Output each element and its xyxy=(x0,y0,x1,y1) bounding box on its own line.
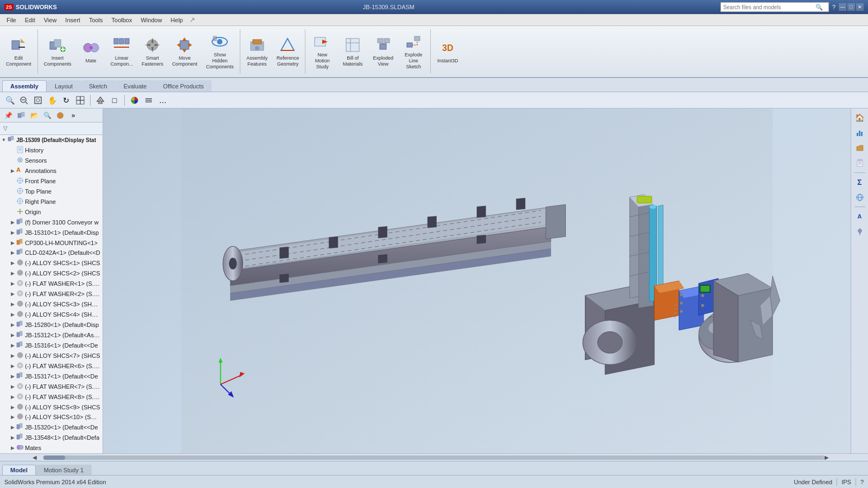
tree-item-alloy-shcs9[interactable]: ▶ (-) ALLOY SHCS<9> (SHCS xyxy=(0,402,103,412)
more-options-button[interactable]: … xyxy=(156,94,169,106)
new-motion-study-button[interactable]: NewMotionStudy xyxy=(308,27,337,76)
instant3d-button[interactable]: 3D Instant3D xyxy=(433,27,462,76)
view-selector-button[interactable] xyxy=(74,94,87,106)
menu-edit[interactable]: Edit xyxy=(21,16,40,24)
restore-button[interactable]: □ xyxy=(847,3,855,11)
tab-evaluate[interactable]: Evaluate xyxy=(116,80,155,92)
show-hidden-button[interactable]: ShowHiddenComponents xyxy=(202,27,238,76)
3d-viewport[interactable] xyxy=(103,108,851,453)
alloy-shcs7-expander[interactable]: ▶ xyxy=(9,352,16,359)
tree-item-alloy-shcs1[interactable]: ▶ (-) ALLOY SHCS<1> (SHCS xyxy=(0,258,103,268)
tree-item-mates[interactable]: ▶ Mates xyxy=(0,443,103,453)
tree-item-front-plane[interactable]: Front Plane xyxy=(0,176,103,186)
tree-item-sensors[interactable]: Sensors xyxy=(0,156,103,166)
bill-of-materials-button[interactable]: Bill ofMaterials xyxy=(338,27,367,76)
mates-expander[interactable]: ▶ xyxy=(9,444,16,452)
menu-tools[interactable]: Tools xyxy=(85,16,107,24)
dorner-expander[interactable]: ▶ xyxy=(9,219,16,226)
tree-item-flat-washer6[interactable]: ▶ (-) FLAT WASHER<6> (S.A.B xyxy=(0,361,103,371)
menu-toolbox[interactable]: Toolbox xyxy=(107,16,137,24)
assembly-features-button[interactable]: AssemblyFeatures xyxy=(242,27,272,76)
menu-help[interactable]: Help xyxy=(167,16,188,24)
tree-item-flat-washer7[interactable]: ▶ (-) FLAT WASHER<7> (S.A.B xyxy=(0,381,103,391)
rotate-button[interactable]: ↻ xyxy=(60,94,73,106)
search-box[interactable]: 🔍 xyxy=(720,2,829,12)
tree-item-jb15312[interactable]: ▶ JB-15312<1> (Default<As M xyxy=(0,330,103,341)
move-component-button[interactable]: MoveComponent xyxy=(168,27,201,76)
rp-sigma-button[interactable]: Σ xyxy=(853,175,867,189)
edit-component-button[interactable]: EditComponent xyxy=(2,27,35,76)
color-button[interactable] xyxy=(128,94,141,106)
rp-letter-a-button[interactable]: A xyxy=(853,209,867,223)
jb13548-expander[interactable]: ▶ xyxy=(9,434,16,441)
scroll-left-button[interactable]: ◀ xyxy=(33,454,43,460)
jb15280-expander[interactable]: ▶ xyxy=(9,321,16,329)
menu-view[interactable]: View xyxy=(40,16,61,24)
menu-insert[interactable]: Insert xyxy=(61,16,85,24)
alloy-shcs4-expander[interactable]: ▶ xyxy=(9,311,16,318)
tree-root-item[interactable]: ▼ JB-15309 (Default<Display Stat xyxy=(0,135,103,145)
tree-item-alloy-shcs7[interactable]: ▶ (-) ALLOY SHCS<7> (SHCS xyxy=(0,350,103,361)
exploded-view-button[interactable]: ExplodedView xyxy=(368,27,398,76)
tab-layout[interactable]: Layout xyxy=(47,80,81,92)
flat-washer8-expander[interactable]: ▶ xyxy=(9,393,16,401)
jb15312-expander[interactable]: ▶ xyxy=(9,331,16,339)
tab-sketch[interactable]: Sketch xyxy=(81,80,116,92)
hide-show-button[interactable] xyxy=(142,94,155,106)
menu-file[interactable]: File xyxy=(2,16,21,24)
rp-home-button[interactable]: 🏠 xyxy=(853,111,867,125)
help-icon[interactable]: ? xyxy=(832,4,835,10)
alloy-shcs3-expander[interactable]: ▶ xyxy=(9,300,16,308)
scroll-track[interactable] xyxy=(43,455,825,460)
zoom-fit-button[interactable] xyxy=(31,94,44,106)
smart-fasteners-button[interactable]: SmartFasteners xyxy=(138,27,167,76)
jb15316-expander[interactable]: ▶ xyxy=(9,342,16,349)
alloy-shcs10-expander[interactable]: ▶ xyxy=(9,413,16,421)
minimize-button[interactable]: — xyxy=(839,3,846,11)
help-question-button[interactable]: ? xyxy=(860,479,864,485)
rp-stats-button[interactable] xyxy=(853,126,867,140)
section-view-button[interactable]: □ xyxy=(108,94,121,106)
annotations-expander[interactable]: ▶ xyxy=(9,167,16,175)
menu-window[interactable]: Window xyxy=(136,16,166,24)
tree-item-alloy-shcs3[interactable]: ▶ (-) ALLOY SHCS<3> (SHCS ↑ xyxy=(0,299,103,310)
explode-line-sketch-button[interactable]: ExplodeLineSketch xyxy=(399,27,428,76)
tree-item-cp300[interactable]: ▶ CP300-LH-MOUNTING<1> xyxy=(0,237,103,248)
flat-washer6-expander[interactable]: ▶ xyxy=(9,362,16,370)
tree-item-origin[interactable]: Origin xyxy=(0,207,103,217)
tree-item-jb15280[interactable]: ▶ JB-15280<1> (Default<Disp xyxy=(0,320,103,330)
alloy-shcs9-expander[interactable]: ▶ xyxy=(9,403,16,411)
scroll-right-button[interactable]: ▶ xyxy=(825,454,835,460)
bottom-tab-model[interactable]: Model xyxy=(2,465,36,475)
reference-geometry-button[interactable]: ReferenceGeometry xyxy=(273,27,303,76)
search-icon[interactable]: 🔍 xyxy=(815,4,823,11)
tree-item-flat-washer8[interactable]: ▶ (-) FLAT WASHER<8> (S.A.B xyxy=(0,391,103,402)
zoom-out-button[interactable] xyxy=(17,94,30,106)
tree-item-cld0242a[interactable]: ▶ CLD-0242A<1> (Default<<D xyxy=(0,248,103,258)
tree-item-flat-washer2[interactable]: ▶ (-) FLAT WASHER<2> (S.A.B xyxy=(0,289,103,299)
rp-pin-button[interactable] xyxy=(853,224,867,239)
rp-folder-button[interactable] xyxy=(853,141,867,155)
jb15317-expander[interactable]: ▶ xyxy=(9,373,16,380)
sidebar-search-icon[interactable]: 🔍 xyxy=(41,110,53,121)
search-input[interactable] xyxy=(723,4,815,10)
tree-item-annotations[interactable]: ▶ A Annotations xyxy=(0,166,103,176)
tree-item-flat-washer1[interactable]: ▶ (-) FLAT WASHER<1> (S.A.B xyxy=(0,279,103,289)
cp300-expander[interactable]: ▶ xyxy=(9,239,16,247)
insert-components-button[interactable]: InsertComponents xyxy=(40,27,75,76)
menu-extra[interactable]: ↗ xyxy=(189,16,195,24)
pan-button[interactable]: ✋ xyxy=(46,94,59,106)
cld0242a-expander[interactable]: ▶ xyxy=(9,249,16,256)
alloy-shcs1-expander[interactable]: ▶ xyxy=(9,259,16,267)
tree-item-jb15316[interactable]: ▶ JB-15316<1> (Default<<De xyxy=(0,340,103,350)
tree-item-jb15320[interactable]: ▶ JB-15320<1> (Default<<De xyxy=(0,422,103,433)
tree-item-right-plane[interactable]: Right Plane xyxy=(0,196,103,207)
scroll-thumb[interactable] xyxy=(43,455,65,460)
tab-assembly[interactable]: Assembly xyxy=(2,80,47,92)
flat-washer7-expander[interactable]: ▶ xyxy=(9,383,16,390)
sidebar-expand-icon[interactable]: » xyxy=(67,110,79,121)
tree-item-alloy-shcs10[interactable]: ▶ (-) ALLOY SHCS<10> (SHCS xyxy=(0,412,103,422)
linear-component-button[interactable]: LinearCompon... xyxy=(107,27,137,76)
root-expander[interactable]: ▼ xyxy=(0,136,8,144)
tree-item-alloy-shcs4[interactable]: ▶ (-) ALLOY SHCS<4> (SHCS ↑ xyxy=(0,310,103,320)
